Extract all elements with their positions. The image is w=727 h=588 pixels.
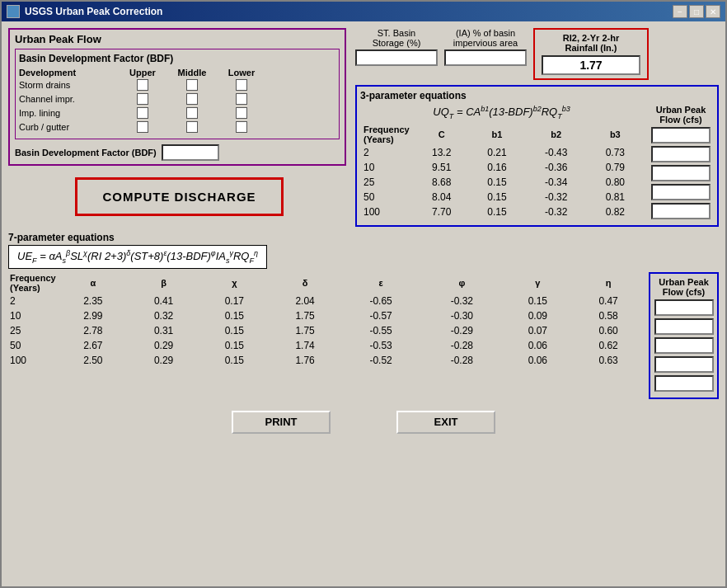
exit-button[interactable]: EXIT [396, 411, 495, 434]
seven-a-cell: 2.99 [58, 308, 129, 323]
seven-upf-input-25[interactable] [654, 337, 714, 354]
curb-gutter-lower-checkbox-col [217, 121, 266, 133]
bdf-storm-drains-label: Storm drains [19, 80, 118, 90]
seven-freq-cell: 2 [8, 294, 58, 308]
seven-d-cell: 1.75 [270, 308, 340, 323]
minimize-button[interactable]: − [673, 5, 687, 18]
bdf-header-row: Development Upper Middle Lower [19, 68, 335, 78]
three-param-row: 50 8.04 0.15 -0.32 0.81 [360, 190, 643, 205]
three-c-cell: 8.04 [414, 190, 469, 205]
three-upf-input-100[interactable] [651, 203, 711, 219]
ia-group: (IA) % of basinimpervious area [444, 28, 527, 66]
imp-lining-middle-checkbox[interactable] [186, 107, 198, 119]
seven-d-cell: 1.74 [270, 338, 340, 353]
three-b2-cell: -0.43 [525, 145, 588, 160]
storm-drains-middle-checkbox[interactable] [186, 79, 198, 91]
three-upf-input-25[interactable] [651, 165, 711, 181]
print-button[interactable]: PRINT [232, 411, 331, 434]
ia-input[interactable] [444, 49, 527, 66]
three-param-title: 3-parameter equations [360, 90, 714, 101]
ia-label: (IA) % of basinimpervious area [444, 28, 527, 48]
curb-gutter-middle-checkbox-col [167, 121, 217, 133]
three-param-content: UQT = CAb1(13-BDF)b2RQTb3 Frequency(Year… [360, 105, 714, 222]
bdf-row-curb-gutter: Curb / gutter [19, 121, 335, 133]
bdf-row-channel-impr: Channel impr. [19, 93, 335, 105]
seven-param-formula: UEF = αAsβSLχ(RI 2+3)δ(ST+8)ε(13-BDF)φIA… [8, 245, 267, 269]
gamma-header: γ [502, 272, 573, 294]
seven-h-cell: 0.60 [573, 323, 644, 338]
three-b2-cell: -0.36 [525, 160, 588, 175]
right-panel: ST. BasinStorage (%) (IA) % of basinimpe… [355, 28, 719, 227]
chi-header: χ [199, 272, 270, 294]
seven-b-cell: 0.29 [129, 353, 199, 368]
imp-lining-upper-checkbox[interactable] [137, 107, 148, 119]
three-param-row: 100 7.70 0.15 -0.32 0.82 [360, 205, 643, 219]
seven-e-cell: -0.65 [340, 294, 421, 308]
title-bar: USGS Urban Peak Correction − □ ✕ [2, 2, 725, 21]
seven-upf-input-100[interactable] [654, 375, 714, 392]
curb-gutter-upper-checkbox[interactable] [137, 121, 148, 133]
title-bar-left: USGS Urban Peak Correction [7, 5, 162, 18]
bdf-channel-impr-label: Channel impr. [19, 94, 118, 104]
seven-param-row: 50 2.67 0.29 0.15 1.74 -0.53 -0.28 0.06 … [8, 338, 644, 353]
seven-g-cell: 0.07 [502, 323, 573, 338]
delta-header: δ [270, 272, 340, 294]
ri2-box: RI2, 2-Yr 2-hrRainfall (In.) 1.77 [533, 28, 649, 80]
three-b1-cell: 0.15 [469, 190, 524, 205]
imp-lining-middle-checkbox-col [167, 107, 217, 119]
bdf-value-input[interactable] [162, 144, 219, 161]
curb-gutter-lower-checkbox[interactable] [236, 121, 247, 133]
close-button[interactable]: ✕ [706, 5, 720, 18]
alpha-header: α [58, 272, 129, 294]
channel-impr-middle-checkbox-col [167, 93, 217, 105]
three-c-cell: 7.70 [414, 205, 469, 219]
seven-e-cell: -0.55 [340, 323, 421, 338]
channel-impr-middle-checkbox[interactable] [186, 93, 198, 105]
storm-drains-upper-checkbox[interactable] [137, 79, 148, 91]
curb-gutter-upper-checkbox-col [118, 121, 167, 133]
bdf-title: Basin Development Factor (BDF) [19, 53, 335, 64]
seven-c-cell: 0.17 [199, 294, 270, 308]
imp-lining-lower-checkbox[interactable] [236, 107, 247, 119]
seven-upf-input-10[interactable] [654, 318, 714, 335]
bdf-middle-header: Middle [167, 68, 217, 78]
app-icon [7, 5, 20, 18]
three-freq-cell: 25 [360, 175, 414, 190]
maximize-button[interactable]: □ [689, 5, 704, 18]
bdf-upper-header: Upper [118, 68, 167, 78]
compute-area: COMPUTE DISCHARGE [8, 166, 350, 219]
compute-discharge-button[interactable]: COMPUTE DISCHARGE [75, 177, 283, 216]
seven-freq-cell: 50 [8, 338, 58, 353]
seven-param-row: 100 2.50 0.29 0.15 1.76 -0.52 -0.28 0.06… [8, 353, 644, 368]
st-basin-label: ST. BasinStorage (%) [355, 28, 438, 48]
three-b1-cell: 0.21 [469, 145, 524, 160]
channel-impr-upper-checkbox[interactable] [137, 93, 148, 105]
three-upf-input-10[interactable] [651, 146, 711, 162]
three-param-row: 2 13.2 0.21 -0.43 0.73 [360, 145, 643, 160]
seven-c-cell: 0.15 [199, 323, 270, 338]
seven-freq-cell: 100 [8, 353, 58, 368]
seven-upf-input-2[interactable] [654, 299, 714, 316]
three-upf-input-50[interactable] [651, 184, 711, 200]
curb-gutter-middle-checkbox[interactable] [186, 121, 198, 133]
channel-impr-lower-checkbox-col [217, 93, 266, 105]
window-title: USGS Urban Peak Correction [25, 6, 162, 17]
seven-g-cell: 0.06 [502, 353, 573, 368]
seven-a-cell: 2.78 [58, 323, 129, 338]
bdf-bottom-label: Basin Development Factor (BDF) [15, 148, 157, 158]
epsilon-header: ε [340, 272, 421, 294]
three-c-cell: 13.2 [414, 145, 469, 160]
bdf-row-storm-drains: Storm drains [19, 79, 335, 91]
channel-impr-lower-checkbox[interactable] [236, 93, 247, 105]
bdf-imp-lining-label: Imp. lining [19, 108, 118, 118]
bdf-lower-header: Lower [217, 68, 266, 78]
seven-f-cell: -0.32 [421, 294, 502, 308]
main-window: USGS Urban Peak Correction − □ ✕ Urban P… [0, 0, 727, 588]
seven-a-cell: 2.35 [58, 294, 129, 308]
st-basin-input[interactable] [355, 49, 438, 66]
seven-upf-box: Urban PeakFlow (cfs) [649, 272, 719, 399]
three-upf-input-2[interactable] [651, 127, 711, 143]
title-bar-buttons: − □ ✕ [673, 5, 720, 18]
storm-drains-lower-checkbox[interactable] [236, 79, 247, 91]
seven-upf-input-50[interactable] [654, 356, 714, 373]
